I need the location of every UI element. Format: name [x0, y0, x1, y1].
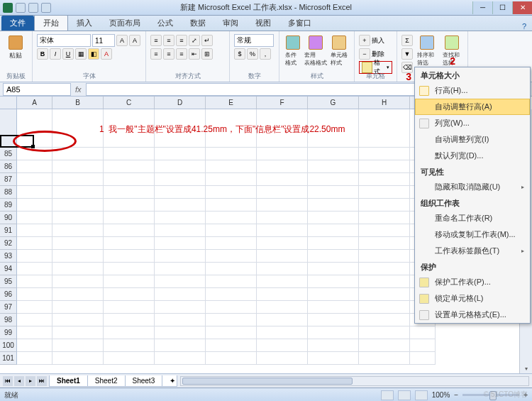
qat-undo-icon[interactable]: [28, 3, 38, 13]
sheet-tab-1[interactable]: Sheet1: [49, 375, 88, 387]
sheet-nav-next[interactable]: ▸: [26, 376, 35, 386]
name-box[interactable]: A85: [3, 83, 71, 96]
cell-D90[interactable]: [155, 212, 206, 224]
cell-C94[interactable]: [104, 263, 155, 275]
sheet-tab-2[interactable]: Sheet2: [87, 375, 126, 387]
menu-format-cells[interactable]: 设置单元格格式(E)...: [415, 307, 530, 323]
cell-G90[interactable]: [308, 212, 359, 224]
cell-E99[interactable]: [206, 326, 257, 339]
cell-B90[interactable]: [52, 212, 104, 224]
cell-I99[interactable]: [410, 326, 436, 339]
cell-F98[interactable]: [257, 314, 308, 326]
cell-G88[interactable]: [308, 186, 359, 199]
cell-C87[interactable]: [104, 173, 155, 186]
cell-A89[interactable]: [17, 199, 52, 212]
italic-button[interactable]: I: [50, 48, 61, 60]
menu-col-width[interactable]: 列宽(W)...: [415, 115, 530, 131]
cell-H[interactable]: [359, 109, 410, 148]
qat-redo-icon[interactable]: [41, 3, 51, 13]
cell-B95[interactable]: [52, 275, 104, 288]
col-header-C[interactable]: C: [104, 97, 155, 109]
cell-G99[interactable]: [308, 326, 359, 339]
cell-A93[interactable]: [17, 250, 52, 263]
col-header-B[interactable]: B: [52, 97, 104, 109]
cell-G89[interactable]: [308, 199, 359, 212]
cell-H101[interactable]: [359, 352, 410, 365]
cell-B[interactable]: [52, 109, 104, 148]
cell-B92[interactable]: [52, 237, 104, 250]
help-icon[interactable]: ?: [516, 22, 532, 31]
cell-I100[interactable]: [410, 339, 436, 352]
cell-G86[interactable]: [308, 160, 359, 173]
align-middle-icon[interactable]: ≡: [163, 35, 174, 46]
row-header-98[interactable]: 98: [0, 314, 17, 326]
cell-B91[interactable]: [52, 224, 104, 237]
tab-home[interactable]: 开始: [34, 15, 68, 31]
cell-D100[interactable]: [155, 339, 206, 352]
border-button[interactable]: ▦: [75, 48, 87, 60]
cell-B88[interactable]: [52, 186, 104, 199]
cell-A98[interactable]: [17, 314, 52, 326]
currency-icon[interactable]: $: [234, 48, 245, 60]
view-normal-icon[interactable]: [381, 390, 394, 400]
row-header-96[interactable]: 96: [0, 288, 17, 301]
cell-H98[interactable]: [359, 314, 410, 326]
cell-F88[interactable]: [257, 186, 308, 199]
cell-D101[interactable]: [155, 352, 206, 365]
row-header-85[interactable]: 85: [0, 148, 17, 160]
cell-F97[interactable]: [257, 301, 308, 314]
cell-C99[interactable]: [104, 326, 155, 339]
cell-H86[interactable]: [359, 160, 410, 173]
cell-C95[interactable]: [104, 275, 155, 288]
sheet-nav-first[interactable]: ⏮: [3, 376, 13, 386]
conditional-format-button[interactable]: 条件格式: [284, 34, 302, 68]
cell-B87[interactable]: [52, 173, 104, 186]
cell-H93[interactable]: [359, 250, 410, 263]
menu-autofit-row[interactable]: 自动调整行高(A): [415, 99, 530, 115]
align-bottom-icon[interactable]: ≡: [176, 35, 187, 46]
cell-G101[interactable]: [308, 352, 359, 365]
col-header-D[interactable]: D: [155, 97, 206, 109]
cell-F90[interactable]: [257, 212, 308, 224]
cell-styles-button[interactable]: 单元格样式: [329, 34, 350, 68]
tab-data[interactable]: 数据: [182, 16, 214, 31]
cell-A85[interactable]: [17, 148, 52, 160]
cell-C91[interactable]: [104, 224, 155, 237]
cell-D89[interactable]: [155, 199, 206, 212]
tab-file[interactable]: 文件: [1, 16, 34, 31]
zoom-minus[interactable]: −: [454, 391, 458, 399]
cell-A99[interactable]: [17, 326, 52, 339]
menu-move-copy[interactable]: 移动或复制工作表(M)...: [415, 226, 530, 243]
cell-E90[interactable]: [206, 212, 257, 224]
menu-hide-unhide[interactable]: 隐藏和取消隐藏(U)▸: [415, 179, 530, 195]
col-header-H[interactable]: H: [359, 97, 410, 109]
cell-C96[interactable]: [104, 288, 155, 301]
cell-A86[interactable]: [17, 160, 52, 173]
cell-E85[interactable]: [206, 148, 257, 160]
cell-C97[interactable]: [104, 301, 155, 314]
menu-lock-cell[interactable]: 锁定单元格(L): [415, 290, 530, 307]
new-sheet-button[interactable]: ✦: [162, 375, 177, 387]
cell-E91[interactable]: [206, 224, 257, 237]
increase-font-icon[interactable]: A: [116, 35, 128, 46]
cell-F94[interactable]: [257, 263, 308, 275]
cell-E100[interactable]: [206, 339, 257, 352]
cell-A87[interactable]: [17, 173, 52, 186]
cell-H94[interactable]: [359, 263, 410, 275]
cell-D86[interactable]: [155, 160, 206, 173]
cell-G91[interactable]: [308, 224, 359, 237]
cell-B100[interactable]: [52, 339, 104, 352]
sheet-tab-3[interactable]: Sheet3: [125, 375, 163, 387]
row-header-89[interactable]: 89: [0, 199, 17, 212]
tab-formulas[interactable]: 公式: [149, 16, 182, 31]
cell-A92[interactable]: [17, 237, 52, 250]
cell-C89[interactable]: [104, 199, 155, 212]
align-right-icon[interactable]: ≡: [176, 48, 187, 60]
col-header-E[interactable]: E: [206, 97, 257, 109]
wrap-text-icon[interactable]: ↵: [201, 35, 213, 46]
row-header-90[interactable]: 90: [0, 212, 17, 224]
cell-H99[interactable]: [359, 326, 410, 339]
cell-D95[interactable]: [155, 275, 206, 288]
cell-F96[interactable]: [257, 288, 308, 301]
cell-E92[interactable]: [206, 237, 257, 250]
